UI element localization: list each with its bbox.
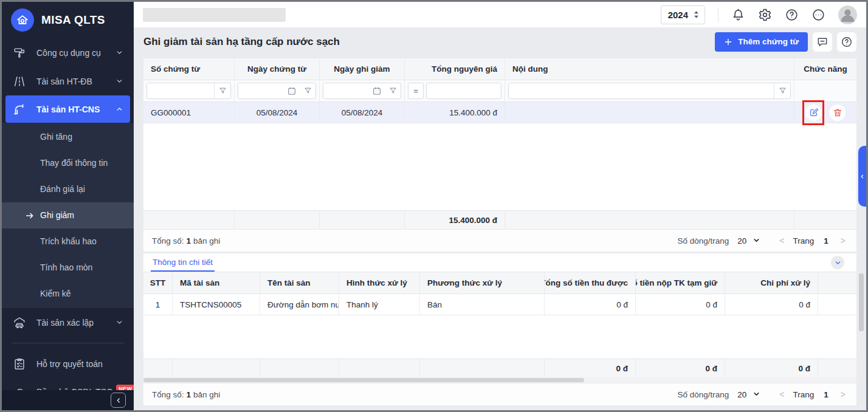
- cell-amount-collected: 0 đ: [545, 294, 636, 315]
- submenu-item-ghi-tang[interactable]: Ghi tăng: [2, 124, 134, 150]
- sidebar-nav: Công cụ dụng cụ Tài sản HT-ĐB Tài sản: [2, 38, 134, 390]
- detail-table-footer: Tổng số: 1 bản ghi Số dòng/trang 20 < Tr…: [143, 383, 856, 405]
- next-page-button[interactable]: >: [838, 390, 848, 399]
- col-header-ngay-ghi-giam[interactable]: Ngày ghi giảm: [320, 58, 405, 80]
- add-voucher-button[interactable]: Thêm chứng từ: [715, 32, 808, 52]
- collapse-detail-button[interactable]: [831, 256, 844, 269]
- voucher-table-row[interactable]: GG000001 05/08/2024 05/08/2024 15.400.00…: [143, 102, 856, 123]
- col-header-noi-dung[interactable]: Nội dung: [505, 58, 794, 80]
- col-header-chuc-nang[interactable]: Chức năng: [794, 58, 856, 80]
- year-spinner-icon[interactable]: [693, 10, 700, 19]
- submenu-item-ghi-giam[interactable]: Ghi giảm: [2, 202, 134, 228]
- paint-roller-icon: [13, 46, 27, 60]
- horizontal-scrollbar[interactable]: [143, 377, 856, 383]
- col-header-tong-nguyen-gia[interactable]: Tổng nguyên giá: [405, 58, 505, 80]
- settings-gear-icon[interactable]: [758, 8, 772, 22]
- rows-per-page-value[interactable]: 20: [737, 390, 746, 399]
- filter-total-cost-input[interactable]: [427, 83, 501, 98]
- calendar-icon[interactable]: [369, 83, 385, 98]
- sidebar-item-label: Tài sản xác lập: [36, 318, 106, 328]
- cell-handling-cost: 0 đ: [725, 294, 818, 315]
- detail-sum-row: 0 đ 0 đ 0 đ: [143, 359, 856, 377]
- filter-funnel-icon[interactable]: [215, 83, 230, 98]
- cell-asset-name: Đường dẫn bơm nước ...: [260, 294, 339, 315]
- cell-actions: [794, 102, 856, 123]
- col-header-phuong-thuc-xu-ly[interactable]: Phương thức xử lý: [420, 272, 545, 294]
- col-header-tong-so-tien-thu-duoc[interactable]: Tổng số tiền thu được: [545, 272, 636, 294]
- sidebar-item-tai-san-ht-db[interactable]: Tài sản HT-ĐB: [2, 67, 134, 95]
- sidebar-item-dong-bo-csdl-tsc[interactable]: Đồng bộ CSDL TSCNEW: [2, 378, 134, 390]
- prev-page-button[interactable]: <: [777, 236, 787, 245]
- detail-table-row[interactable]: 1 TSHTCNS00005 Đường dẫn bơm nước ... Th…: [143, 294, 856, 315]
- chevron-down-icon: [115, 318, 124, 326]
- chevron-down-icon[interactable]: [753, 236, 761, 245]
- col-header-stt[interactable]: STT: [143, 272, 173, 294]
- expand-side-panel-handle[interactable]: [858, 146, 866, 207]
- title-bar: Ghi giảm tài sản hạ tầng cấp nước sạch T…: [134, 27, 866, 56]
- delete-button[interactable]: [829, 105, 846, 121]
- sidebar-item-tai-san-ht-cns[interactable]: Tài sản HT-CNS: [5, 95, 130, 123]
- filter-doc-date-input[interactable]: [238, 83, 284, 98]
- voucher-table-panel: Số chứng từ Ngày chứng từ Ngày ghi giảm …: [143, 58, 856, 252]
- filter-funnel-icon[interactable]: [385, 83, 401, 98]
- calendar-icon[interactable]: [284, 83, 300, 98]
- year-selector[interactable]: 2024: [661, 5, 705, 24]
- sidebar-collapse-button[interactable]: [111, 393, 126, 408]
- more-ellipsis-icon[interactable]: [811, 8, 825, 22]
- submenu-item-danh-gia-lai[interactable]: Đánh giá lại: [2, 176, 134, 202]
- sidebar-item-cong-cu-dung-cu[interactable]: Công cụ dụng cụ: [2, 38, 134, 67]
- col-header-hinh-thuc-xu-ly[interactable]: Hình thức xử lý: [339, 272, 420, 294]
- page-number[interactable]: 1: [820, 236, 832, 245]
- app-window: MISA QLTS Công cụ dụng cụ Tài sản HT-ĐB: [0, 0, 868, 412]
- submenu-item-trich-khau-hao[interactable]: Trích khấu hao: [2, 228, 134, 255]
- page-number[interactable]: 1: [820, 390, 832, 399]
- notifications-bell-icon[interactable]: [731, 8, 745, 22]
- page-label: Trang: [793, 236, 815, 245]
- app-logo-icon[interactable]: [11, 9, 34, 32]
- add-voucher-label: Thêm chứng từ: [738, 37, 799, 46]
- help-question-icon[interactable]: [785, 8, 799, 22]
- voucher-table-footer: Tổng số: 1 bản ghi Số dòng/trang 20 < Tr…: [143, 229, 856, 252]
- sidebar-item-ho-tro-quyet-toan[interactable]: Hỗ trợ quyết toán: [2, 349, 134, 378]
- tab-thong-tin-chi-tiet[interactable]: Thông tin chi tiết: [151, 253, 215, 272]
- scrollbar-thumb[interactable]: [143, 378, 584, 382]
- equals-operator[interactable]: =: [408, 83, 424, 99]
- chevron-down-icon: [115, 77, 124, 85]
- chevron-down-icon[interactable]: [753, 390, 761, 399]
- filter-decrease-date-input[interactable]: [323, 83, 369, 98]
- filter-funnel-icon[interactable]: [774, 83, 790, 98]
- plus-icon: [724, 38, 732, 46]
- col-header-ngay-chung-tu[interactable]: Ngày chứng từ: [235, 58, 320, 80]
- filter-content-input[interactable]: [509, 83, 774, 98]
- rows-per-page-value[interactable]: 20: [737, 236, 746, 245]
- submenu-item-tinh-hao-mon[interactable]: Tính hao mòn: [2, 255, 134, 281]
- col-header-ma-tai-san[interactable]: Mã tài sản: [173, 272, 260, 294]
- col-header-ten-tai-san[interactable]: Tên tài sản: [260, 272, 339, 294]
- vertical-scrollbar[interactable]: [858, 272, 865, 382]
- cell-total-cost: 15.400.000 đ: [405, 102, 505, 123]
- submenu-item-thay-doi-thong-tin[interactable]: Thay đổi thông tin: [2, 150, 134, 176]
- rows-per-page-label: Số dòng/trang: [677, 236, 729, 245]
- feedback-chat-button[interactable]: [813, 32, 832, 52]
- help-button[interactable]: [837, 32, 856, 52]
- col-header-so-chung-tu[interactable]: Số chứng từ: [143, 58, 235, 80]
- col-header-chi-phi-xu-ly[interactable]: Chi phí xử lý: [725, 272, 818, 294]
- chevron-up-icon: [115, 105, 124, 113]
- filter-doc-no-input[interactable]: [147, 83, 214, 98]
- submenu-tai-san-ht-cns: Ghi tăng Thay đổi thông tin Đánh giá lại…: [2, 123, 134, 308]
- col-header-so-tien-nop-tk-tam-giu[interactable]: Số tiền nộp TK tạm giữ: [636, 272, 725, 294]
- sidebar-item-tai-san-xac-lap[interactable]: Tài sản xác lập: [2, 308, 134, 337]
- sidebar-item-label: Công cụ dụng cụ: [36, 48, 106, 58]
- filter-funnel-icon[interactable]: [300, 83, 315, 98]
- voucher-sum-row: 15.400.000 đ: [143, 210, 856, 229]
- user-avatar[interactable]: [838, 5, 857, 24]
- garage-car-icon: [13, 315, 27, 330]
- edit-button[interactable]: [805, 105, 822, 121]
- sum-amount-collected: 0 đ: [545, 359, 636, 377]
- prev-page-button[interactable]: <: [777, 390, 787, 399]
- empty-table-area: [143, 315, 856, 359]
- main-content: 2024: [134, 2, 866, 410]
- scrollbar-thumb[interactable]: [859, 273, 864, 331]
- submenu-item-kiem-ke[interactable]: Kiểm kê: [2, 281, 134, 307]
- next-page-button[interactable]: >: [838, 236, 848, 245]
